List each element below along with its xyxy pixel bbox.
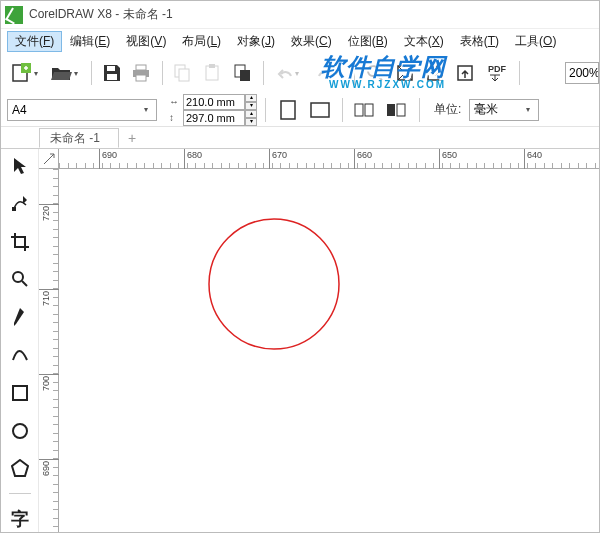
property-bar: A4 ▾ ↔ ▴▾ ↕ ▴▾ 单位: 毫米 ▾ [1,93,599,127]
redo-button[interactable]: ▾ [310,59,348,87]
separator [91,61,92,85]
svg-rect-3 [107,74,117,80]
units-value: 毫米 [474,101,498,118]
export-button[interactable] [451,59,479,87]
new-button[interactable]: ▾ [7,59,45,87]
svg-rect-12 [240,70,250,81]
page-width-input[interactable] [183,94,245,110]
svg-line-26 [22,281,27,286]
toolbox: 字 [1,149,39,532]
landscape-icon [310,102,330,118]
menu-edit[interactable]: 编辑(E) [62,31,118,52]
freehand-tool[interactable] [6,304,34,330]
svg-rect-24 [12,207,16,211]
current-page-button[interactable] [383,96,411,124]
drawing [59,169,599,532]
copy-button[interactable] [169,59,197,87]
origin-icon [43,153,55,165]
width-spinner[interactable]: ▴▾ [245,94,257,110]
clip-format-icon [234,64,252,82]
undo-button[interactable]: ▾ [270,59,308,87]
ruler-horizontal[interactable]: 690 680 670 660 650 640 630 [59,149,599,169]
svg-rect-20 [355,104,363,116]
svg-rect-6 [136,75,146,81]
chevron-down-icon: ▾ [526,105,534,114]
shape-tool[interactable] [6,191,34,217]
polygon-icon [11,459,29,477]
svg-rect-8 [179,69,189,81]
tab-doc1[interactable]: 未命名 -1 [39,128,119,148]
menu-file[interactable]: 文件(F) [7,31,62,52]
paste-button[interactable] [199,59,227,87]
svg-point-25 [13,272,23,282]
all-pages-button[interactable] [351,96,379,124]
portrait-button[interactable] [274,96,302,124]
import-icon [426,64,444,82]
separator [519,61,520,85]
svg-line-14 [377,75,382,80]
zoom-icon [11,270,29,288]
save-icon [103,64,121,82]
pick-tool[interactable] [6,153,34,179]
menu-view[interactable]: 视图(V) [118,31,174,52]
menu-bitmap[interactable]: 位图(B) [340,31,396,52]
ruler-origin[interactable] [39,149,59,169]
artistic-icon [11,346,29,364]
menu-object[interactable]: 对象(J) [229,31,283,52]
landscape-button[interactable] [306,96,334,124]
export-icon [456,64,474,82]
current-page-icon [386,101,408,119]
fullscreen-button[interactable] [391,59,419,87]
menubar: 文件(F) 编辑(E) 视图(V) 布局(L) 对象(J) 效果(C) 位图(B… [1,29,599,53]
publish-pdf-button[interactable]: PDF [481,59,513,87]
crop-tool[interactable] [6,229,34,255]
search-icon [366,64,384,82]
rectangle-tool[interactable] [6,380,34,406]
titlebar: CorelDRAW X8 - 未命名 -1 [1,1,599,29]
svg-rect-4 [136,65,146,70]
svg-rect-10 [209,64,215,68]
menu-tools[interactable]: 工具(O) [507,31,564,52]
separator [162,61,163,85]
page-height-input[interactable] [183,110,245,126]
app-logo [5,6,23,24]
menu-table[interactable]: 表格(T) [452,31,507,52]
menu-layout[interactable]: 布局(L) [174,31,229,52]
document-tabs: 未命名 -1 + [1,127,599,149]
svg-point-13 [368,66,378,76]
svg-rect-22 [387,104,395,116]
text-tool[interactable]: 字 [6,506,34,532]
zoom-level[interactable] [565,53,599,93]
clip-format-button[interactable] [229,59,257,87]
open-button[interactable]: ▾ [47,59,85,87]
red-circle-shape[interactable] [209,219,339,349]
separator [342,98,343,122]
units-combo[interactable]: 毫米 ▾ [469,99,539,121]
canvas[interactable] [59,169,599,532]
menu-effect[interactable]: 效果(C) [283,31,340,52]
zoom-input[interactable] [565,62,599,84]
separator [419,98,420,122]
open-icon [51,64,73,82]
ruler-vertical[interactable]: 720 710 700 690 680 [39,169,59,532]
chevron-down-icon: ▾ [295,69,303,78]
paper-size-combo[interactable]: A4 ▾ [7,99,157,121]
ellipse-tool[interactable] [6,418,34,444]
zoom-tool[interactable] [6,266,34,292]
polygon-tool[interactable] [6,456,34,482]
artistic-media-tool[interactable] [6,342,34,368]
print-button[interactable] [128,59,156,87]
svg-marker-29 [12,460,28,476]
fullscreen-icon [396,64,414,82]
svg-rect-18 [281,101,295,119]
separator [263,61,264,85]
height-spinner[interactable]: ▴▾ [245,110,257,126]
redo-icon [316,66,334,80]
paper-size-value: A4 [12,103,27,117]
save-button[interactable] [98,59,126,87]
search-button[interactable] [361,59,389,87]
menu-text[interactable]: 文本(X) [396,31,452,52]
tab-add-button[interactable]: + [123,130,141,148]
import-button[interactable] [421,59,449,87]
svg-point-28 [13,424,27,438]
